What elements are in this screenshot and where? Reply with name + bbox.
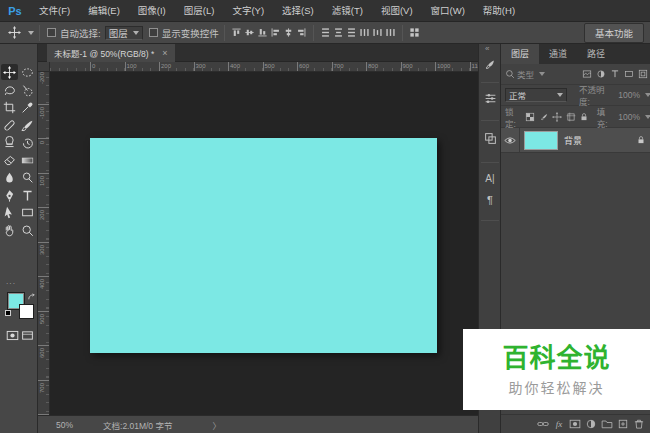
lock-transparent-pixels-icon[interactable] — [524, 111, 535, 123]
default-colors-icon[interactable] — [5, 310, 11, 316]
ruler-tick — [38, 276, 49, 277]
distribute-bottom-edges-button[interactable] — [345, 26, 358, 40]
move-tool[interactable] — [1, 64, 18, 80]
zoom-level-field[interactable]: 50% — [56, 420, 73, 430]
spot-healing-brush-tool[interactable] — [1, 117, 18, 133]
separator — [481, 120, 499, 121]
auto-align-layers-button[interactable] — [408, 26, 421, 40]
tab-channels[interactable]: 通道 — [539, 44, 577, 64]
align-right-edges-button[interactable] — [295, 26, 308, 40]
zoom-tool[interactable] — [19, 222, 36, 238]
eraser-tool[interactable] — [1, 152, 18, 168]
link-layers-icon[interactable] — [535, 417, 551, 431]
ruler-tick — [470, 62, 471, 71]
edit-toolbar-icon[interactable]: ··· — [6, 280, 16, 287]
layer-row-background[interactable]: 背景 — [501, 128, 650, 153]
opacity-value[interactable]: 100% — [618, 90, 640, 100]
distribute-vertical-centers-button[interactable] — [332, 26, 345, 40]
eyedropper-tool[interactable] — [19, 99, 36, 115]
menu-type[interactable]: 文字(Y) — [223, 0, 273, 22]
hand-tool[interactable] — [1, 222, 18, 238]
distribute-horizontal-centers-button[interactable] — [371, 26, 384, 40]
menu-filter[interactable]: 滤镜(T) — [323, 0, 372, 22]
delete-layer-trash-icon[interactable] — [631, 417, 647, 431]
ruler-label: -200 — [39, 72, 45, 84]
menu-select[interactable]: 选择(S) — [273, 0, 323, 22]
add-layer-mask-icon[interactable] — [567, 417, 583, 431]
pen-tool[interactable] — [1, 187, 18, 203]
menu-view[interactable]: 视图(V) — [372, 0, 422, 22]
lock-position-icon[interactable] — [551, 111, 562, 123]
filter-adjustment-layers-icon[interactable] — [595, 68, 607, 80]
menu-image[interactable]: 图像(I) — [129, 0, 175, 22]
history-panel-icon[interactable] — [482, 56, 498, 72]
status-options-chevron-icon[interactable]: 〉 — [212, 419, 221, 431]
menu-file[interactable]: 文件(F) — [30, 0, 79, 22]
ruler-label: 200 — [39, 210, 45, 220]
menu-help[interactable]: 帮助(H) — [474, 0, 524, 22]
tab-paths[interactable]: 路径 — [577, 44, 615, 64]
layer-filter-row: 类型 — [501, 64, 650, 85]
ruler-label: 1000 — [437, 62, 450, 70]
adjustment-layer-icon[interactable] — [583, 417, 599, 431]
canvas[interactable] — [90, 138, 437, 353]
history-brush-tool[interactable] — [19, 134, 36, 150]
background-color-swatch[interactable] — [19, 304, 34, 319]
properties-panel-icon[interactable] — [482, 90, 498, 106]
new-layer-icon[interactable] — [615, 417, 631, 431]
fill-value[interactable]: 100% — [618, 112, 640, 122]
auto-select-dropdown[interactable]: 图层 — [105, 26, 143, 40]
marquee-tool[interactable] — [19, 64, 36, 80]
lock-artboard-icon[interactable] — [565, 111, 576, 123]
show-transform-checkbox[interactable] — [149, 28, 158, 37]
blur-tool[interactable] — [1, 169, 18, 185]
layer-thumbnail[interactable] — [524, 131, 558, 150]
menu-window[interactable]: 窗口(W) — [422, 0, 474, 22]
distribute-right-edges-button[interactable] — [384, 26, 397, 40]
path-selection-tool[interactable] — [1, 204, 18, 220]
clone-stamp-tool[interactable] — [1, 134, 18, 150]
brush-tool[interactable] — [19, 117, 36, 133]
quick-selection-tool[interactable] — [19, 82, 36, 98]
watermark-subtitle: 助你轻松解决 — [509, 377, 605, 397]
lock-all-icon[interactable] — [578, 111, 589, 123]
dodge-tool[interactable] — [19, 169, 36, 185]
new-group-folder-icon[interactable] — [599, 417, 615, 431]
align-horizontal-centers-button[interactable] — [282, 26, 295, 40]
gradient-tool[interactable] — [19, 152, 36, 168]
align-bottom-edges-button[interactable] — [256, 26, 269, 40]
filter-type-layers-icon[interactable] — [609, 68, 621, 80]
distribute-top-edges-button[interactable] — [319, 26, 332, 40]
paragraph-panel-icon[interactable]: ¶ — [482, 192, 498, 208]
menu-edit[interactable]: 编辑(E) — [79, 0, 129, 22]
type-tool[interactable] — [19, 187, 36, 203]
workspace-switcher-button[interactable]: 基本功能 — [584, 23, 644, 43]
close-tab-icon[interactable]: × — [162, 48, 167, 58]
distribute-left-edges-button[interactable] — [358, 26, 371, 40]
filter-smart-objects-icon[interactable] — [637, 68, 649, 80]
filter-pixel-layers-icon[interactable] — [581, 68, 593, 80]
blend-mode-dropdown[interactable]: 正常 — [505, 88, 567, 102]
menu-layer[interactable]: 图层(L) — [175, 0, 224, 22]
clone-source-panel-icon[interactable] — [482, 130, 498, 146]
align-left-edges-button[interactable] — [269, 26, 282, 40]
screen-mode-button[interactable] — [19, 327, 36, 343]
crop-tool[interactable] — [1, 99, 18, 115]
swap-colors-icon[interactable] — [27, 288, 36, 297]
document-tab[interactable]: 未标题-1 @ 50%(RGB/8) * × — [47, 44, 175, 62]
character-panel-icon[interactable]: A| — [482, 170, 498, 186]
lock-image-pixels-icon[interactable] — [538, 111, 549, 123]
shape-tool[interactable] — [19, 204, 36, 220]
filter-kind-dropdown[interactable]: 类型 — [517, 68, 534, 80]
auto-select-checkbox[interactable] — [47, 28, 56, 37]
layer-name[interactable]: 背景 — [564, 134, 582, 147]
layer-visibility-eye-icon[interactable] — [504, 134, 516, 146]
align-vertical-centers-button[interactable] — [243, 26, 256, 40]
filter-shape-layers-icon[interactable] — [623, 68, 635, 80]
layer-style-fx-icon[interactable]: fx — [551, 417, 567, 431]
lasso-tool[interactable] — [1, 82, 18, 98]
expand-panels-icon[interactable]: « — [485, 44, 489, 53]
align-top-edges-button[interactable] — [230, 26, 243, 40]
tool-preset-caret-icon[interactable] — [28, 31, 34, 35]
tab-layers[interactable]: 图层 — [501, 44, 539, 64]
